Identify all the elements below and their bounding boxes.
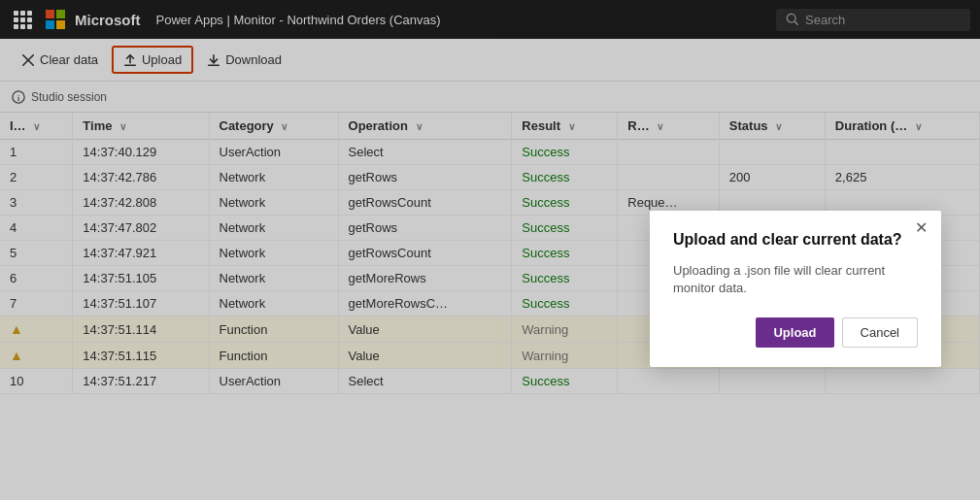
- dialog-close-button[interactable]: ✕: [915, 220, 928, 236]
- upload-dialog: ✕ Upload and clear current data? Uploadi…: [650, 211, 941, 366]
- dialog-upload-button[interactable]: Upload: [756, 317, 833, 348]
- dialog-cancel-button[interactable]: Cancel: [842, 317, 918, 348]
- dialog-actions: Upload Cancel: [673, 317, 918, 348]
- dialog-title: Upload and clear current data?: [673, 230, 918, 250]
- dialog-overlay: ✕ Upload and clear current data? Uploadi…: [0, 0, 980, 500]
- dialog-body: Uploading a .json file will clear curren…: [673, 262, 918, 297]
